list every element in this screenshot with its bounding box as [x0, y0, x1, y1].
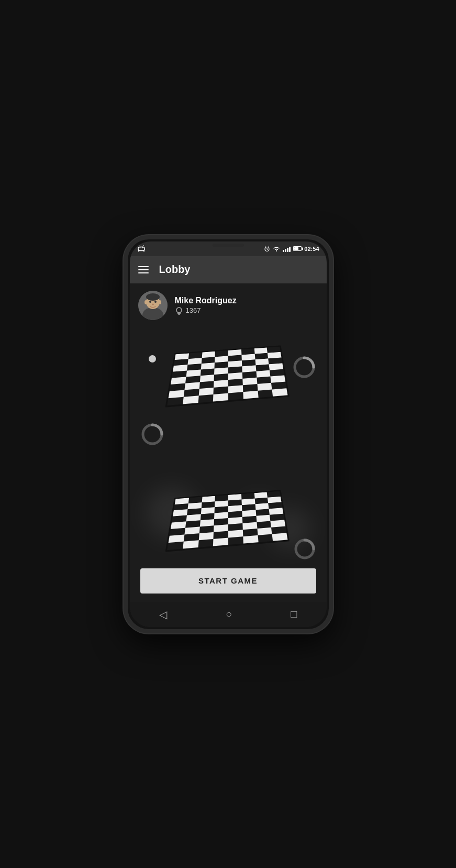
svg-point-16: [146, 293, 160, 301]
svg-line-11: [269, 246, 270, 247]
svg-line-3: [139, 245, 140, 246]
status-time: 02:54: [304, 246, 319, 252]
page-title: Lobby: [159, 263, 191, 276]
alarm-icon: [264, 246, 270, 252]
start-game-button[interactable]: START GAME: [140, 568, 316, 594]
battery-icon: [293, 246, 302, 251]
spinner-row: [135, 433, 321, 448]
android-icon: [137, 245, 146, 252]
signal-icon: [283, 246, 291, 252]
chess-grid-1: [165, 345, 290, 407]
svg-point-22: [176, 307, 182, 313]
svg-line-4: [143, 245, 144, 246]
back-button[interactable]: ◁: [159, 608, 167, 621]
status-bar: 02:54: [130, 241, 327, 256]
app-bar: Lobby: [130, 256, 327, 283]
hamburger-menu-icon[interactable]: [138, 266, 149, 273]
spinner-1: [292, 355, 316, 381]
svg-rect-6: [143, 250, 144, 252]
user-rating: 1367: [175, 306, 237, 315]
svg-rect-5: [138, 250, 139, 252]
nav-bar: ◁ ○ □: [130, 602, 327, 627]
start-btn-container: START GAME: [130, 562, 327, 602]
home-button[interactable]: ○: [226, 608, 232, 620]
avatar: [138, 291, 168, 320]
user-name: Mike Rodriguez: [175, 296, 237, 305]
phone-shell: 02:54 Lobby: [124, 235, 333, 633]
status-left: [137, 245, 146, 252]
svg-line-10: [265, 246, 266, 247]
svg-point-1: [142, 247, 143, 248]
chess-board-1[interactable]: [165, 345, 290, 407]
board-row-1: [135, 339, 321, 402]
board-row-2: [135, 484, 321, 547]
recents-button[interactable]: □: [291, 608, 297, 620]
chess-grid-2: [165, 490, 290, 552]
svg-point-19: [149, 301, 151, 303]
rating-value: 1367: [186, 306, 201, 314]
svg-point-21: [152, 303, 154, 305]
spinner-2: [140, 422, 164, 448]
user-info: Mike Rodriguez 1367: [175, 296, 237, 315]
player-dot-1: [149, 355, 156, 362]
svg-point-20: [154, 301, 157, 303]
medal-icon: [175, 306, 183, 315]
user-profile: Mike Rodriguez 1367: [130, 283, 327, 324]
svg-point-18: [158, 300, 161, 304]
wifi-icon: [273, 246, 280, 251]
main-content: Mike Rodriguez 1367: [130, 283, 327, 602]
spinner-3: [293, 537, 316, 563]
boards-area: [130, 324, 327, 562]
status-right: 02:54: [264, 246, 319, 252]
svg-point-0: [139, 247, 140, 248]
chess-board-2[interactable]: [165, 490, 290, 552]
phone-screen: 02:54 Lobby: [130, 241, 327, 627]
svg-point-17: [144, 300, 148, 304]
svg-point-12: [276, 250, 277, 251]
